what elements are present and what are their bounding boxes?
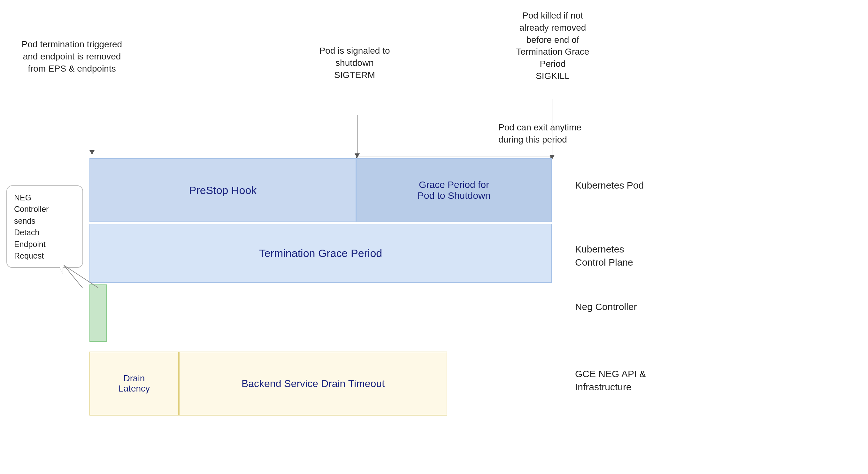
label-kubernetes-control: Kubernetes Control Plane: [575, 243, 633, 269]
label-neg-controller: Neg Controller: [575, 300, 637, 314]
annotation-pod-signaled: Pod is signaled to shutdown SIGTERM: [304, 45, 406, 81]
block-termination-grace: Termination Grace Period: [89, 224, 552, 283]
diagram-container: Pod termination triggered and endpoint i…: [0, 0, 868, 474]
annotation-pod-termination: Pod termination triggered and endpoint i…: [16, 38, 128, 75]
block-prestop: PreStop Hook: [89, 158, 356, 222]
annotation-pod-can-exit: Pod can exit anytime during this period: [498, 121, 613, 146]
arrow-pod-signaled: [354, 115, 360, 158]
arrow-pod-killed: [550, 99, 555, 159]
bracket-top: [356, 157, 551, 157]
block-drain-latency: Drain Latency: [89, 352, 179, 416]
label-kubernetes-pod: Kubernetes Pod: [575, 179, 644, 192]
arrow-pod-termination: [89, 112, 95, 155]
block-backend-drain: Backend Service Drain Timeout: [179, 352, 447, 416]
block-grace-period: Grace Period for Pod to Shutdown: [356, 158, 552, 222]
neg-bubble: NEG Controller sends Detach Endpoint Req…: [6, 185, 83, 268]
annotation-pod-killed: Pod killed if not already removed before…: [492, 9, 613, 82]
block-neg-green: [89, 285, 107, 342]
label-gce-neg: GCE NEG API & Infrastructure: [575, 367, 646, 393]
